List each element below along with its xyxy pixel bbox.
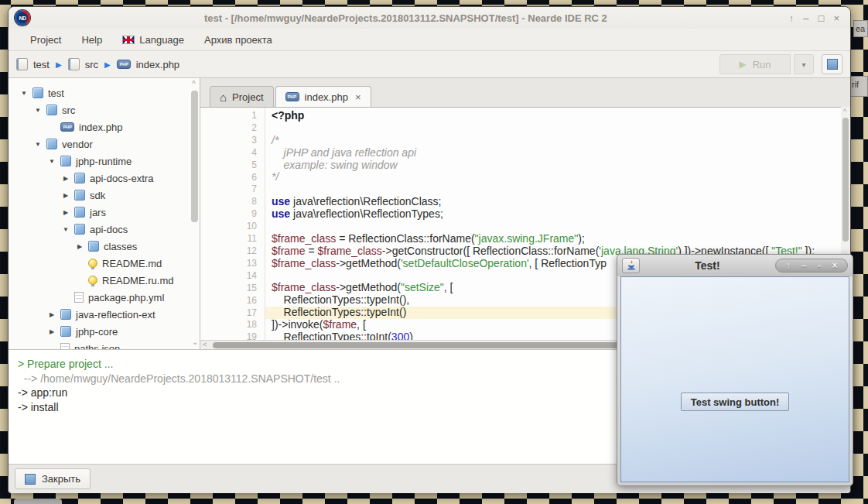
menu-item-help[interactable]: Help (81, 34, 102, 46)
swing-window-controls: ↑–▫× (775, 259, 848, 273)
code-line[interactable]: /* (272, 135, 841, 147)
tab-Project[interactable]: ⌂Project (210, 86, 274, 107)
code-line[interactable]: example: swing window (272, 159, 841, 172)
code-line[interactable]: use java\reflection\ReflectionTypes; (272, 208, 841, 221)
menu-item-архив-проекта[interactable]: Архив проекта (204, 34, 272, 46)
tree-scroll-thumb[interactable] (191, 91, 198, 222)
expand-arrow-icon[interactable]: ▶ (48, 328, 56, 335)
line-number: 16 (200, 295, 257, 307)
chevron-right-icon: ▶ (104, 60, 111, 69)
tree-item-label: sdk (90, 190, 105, 201)
tree-item[interactable]: ▶jphp-core (9, 323, 200, 340)
code-line[interactable] (272, 122, 841, 135)
swing-close-button[interactable]: × (827, 260, 842, 271)
play-icon: ▶ (739, 59, 746, 70)
expand-arrow-icon[interactable]: ▼ (62, 226, 70, 233)
toolbar: test▶src▶PHPindex.php ▶ Run ▾ (9, 50, 850, 78)
maximize-button[interactable]: □ (818, 13, 825, 23)
code-line[interactable] (272, 221, 841, 233)
swing-minimize-button[interactable]: – (796, 260, 812, 271)
close-panel-button[interactable]: Закрыть (15, 468, 91, 489)
scroll-up-icon[interactable]: ^ (192, 80, 196, 88)
line-number: 2 (200, 122, 257, 135)
tree-item[interactable]: package.php.yml (9, 289, 200, 306)
expand-arrow-icon[interactable]: ▼ (48, 158, 56, 165)
close-button[interactable]: × (833, 13, 839, 23)
tree-item[interactable]: ▶classes (9, 238, 200, 255)
app-logo-icon: ND (15, 10, 30, 26)
tree-item-label: test (48, 87, 64, 99)
tree-item-label: jphp-core (76, 326, 118, 338)
scroll-up-icon[interactable]: ^ (843, 108, 846, 115)
line-number: 9 (200, 208, 257, 221)
line-number-gutter: 12345678910111213141516171819 (200, 108, 265, 340)
minimize-button[interactable]: – (803, 13, 808, 23)
expand-arrow-icon[interactable]: ▶ (62, 192, 70, 199)
close-icon[interactable]: × (355, 91, 361, 103)
tab-index-php[interactable]: PHPindex.php× (275, 86, 371, 107)
tree-item-label: api-docs (90, 224, 128, 235)
menu-item-project[interactable]: Project (30, 34, 61, 46)
line-number: 11 (200, 233, 257, 245)
tree-item[interactable]: ▶java-reflection-ext (9, 306, 200, 323)
title-bar[interactable]: ND test - [/home/mwguy/NeardeProjects.20… (9, 7, 850, 29)
tree-item[interactable]: ▼jphp-runtime (9, 153, 200, 170)
code-line[interactable]: use java\reflection\ReflectionClass; (272, 196, 841, 208)
breadcrumb-item-test[interactable]: test (16, 58, 50, 70)
tree-scrollbar[interactable]: ^ ⌄ (191, 83, 198, 345)
folder-icon (74, 190, 85, 201)
tree-item[interactable]: ▼api-docs (9, 221, 200, 238)
tree-item[interactable]: ▼vendor (9, 135, 200, 153)
expand-arrow-icon[interactable]: ▶ (62, 175, 70, 182)
code-line[interactable]: $frame_class = ReflectionClass::forName(… (272, 233, 841, 245)
folder-icon (60, 326, 71, 337)
java-cup-icon[interactable] (622, 258, 640, 273)
breadcrumb-item-index.php[interactable]: PHPindex.php (117, 59, 179, 70)
folder-icon (32, 87, 43, 98)
scroll-left-icon[interactable]: < (203, 341, 207, 349)
breadcrumb-item-src[interactable]: src (68, 58, 98, 70)
swing-title-bar[interactable]: Test! ↑–▫× (617, 255, 853, 276)
expand-arrow-icon[interactable]: ▼ (20, 90, 28, 97)
vertical-scroll-thumb[interactable] (842, 118, 849, 242)
code-line[interactable] (272, 183, 841, 196)
expand-arrow-icon[interactable]: ▼ (34, 141, 42, 148)
scroll-down-icon[interactable]: ⌄ (192, 338, 198, 346)
tree-item[interactable]: ▶jars (9, 204, 200, 221)
folder-icon (74, 173, 85, 183)
expand-arrow-icon[interactable]: ▶ (48, 311, 56, 318)
php-icon: PHP (285, 92, 299, 101)
menu-item-language[interactable]: Language (122, 34, 184, 46)
swing-rollup-button[interactable]: ↑ (781, 260, 796, 271)
tab-label: index.php (305, 91, 348, 103)
tree-item[interactable]: paths.json (9, 340, 200, 349)
expand-arrow-icon[interactable]: ▶ (62, 209, 70, 216)
tree-item[interactable]: ▼test (9, 84, 200, 101)
tree-item[interactable]: ▼src (9, 101, 200, 118)
tree-item[interactable]: README.md (9, 255, 200, 272)
breadcrumb-label: index.php (136, 59, 179, 70)
rollup-button[interactable]: ↑ (789, 13, 795, 23)
file-icon (74, 292, 84, 303)
tree-item[interactable]: ▶sdk (9, 187, 200, 204)
build-settings-button[interactable] (822, 54, 842, 74)
menu-item-label: Project (30, 34, 61, 46)
swing-maximize-button[interactable]: ▫ (812, 260, 827, 271)
window-title: test - [/home/mwguy/NeardeProjects.20180… (30, 12, 781, 24)
expand-arrow-icon[interactable]: ▶ (76, 243, 84, 250)
run-button[interactable]: ▶ Run (719, 54, 791, 74)
chevron-right-icon: ▶ (56, 60, 62, 69)
breadcrumb: test▶src▶PHPindex.php (16, 58, 179, 70)
code-line[interactable]: */ (272, 171, 841, 183)
tree-item-label: classes (104, 241, 137, 252)
tree-item[interactable]: PHPindex.php (9, 118, 200, 135)
expand-arrow-icon[interactable]: ▼ (34, 107, 42, 114)
uk-flag-icon (122, 36, 135, 44)
tree-item[interactable]: ▶api-docs-extra (9, 170, 200, 187)
run-config-dropdown[interactable]: ▾ (794, 54, 814, 74)
code-line[interactable]: <?php (272, 110, 841, 122)
tab-label: Project (232, 91, 263, 103)
code-line[interactable]: jPHP and java reflection api (272, 147, 841, 159)
test-swing-button[interactable]: Test swing button! (681, 393, 789, 411)
tree-item[interactable]: README.ru.md (9, 272, 200, 289)
